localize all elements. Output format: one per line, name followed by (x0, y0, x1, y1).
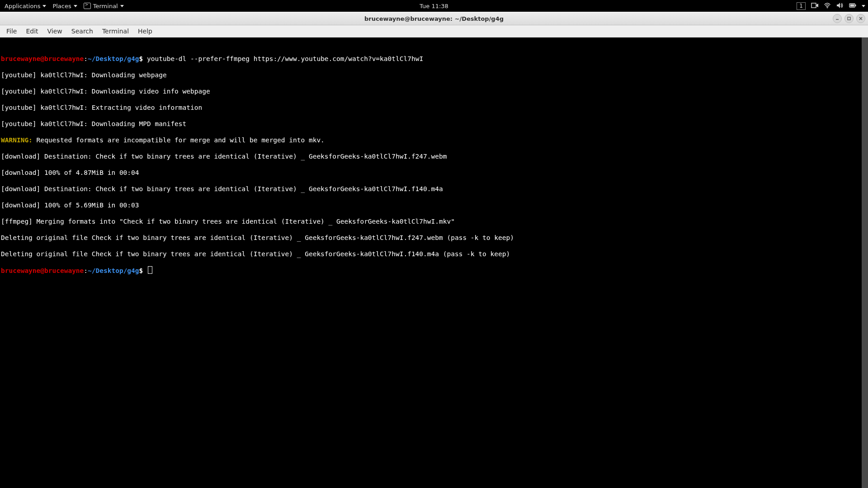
minimize-button[interactable] (833, 14, 842, 23)
terminal-menubar: File Edit View Search Terminal Help (0, 25, 868, 38)
terminal-app-menu[interactable]: Terminal (84, 3, 124, 9)
terminal-line: WARNING: Requested formats are incompati… (1, 136, 867, 144)
terminal-line: Deleting original file Check if two bina… (1, 234, 867, 242)
volume-icon[interactable] (836, 2, 844, 10)
svg-point-2 (827, 7, 828, 8)
menu-help[interactable]: Help (133, 26, 157, 36)
desktop-top-panel: Applications Places Terminal Tue 11:38 1 (0, 0, 868, 12)
svg-rect-6 (850, 4, 854, 6)
menu-file[interactable]: File (2, 26, 21, 36)
terminal-line: [download] 100% of 5.69MiB in 00:03 (1, 201, 867, 209)
svg-marker-3 (837, 3, 840, 8)
prompt-path: ~/Desktop/g4g (88, 267, 139, 274)
terminal-line: brucewayne@brucewayne:~/Desktop/g4g$ you… (1, 55, 867, 63)
battery-icon[interactable] (849, 2, 856, 10)
scrollbar[interactable] (862, 38, 868, 488)
menu-edit[interactable]: Edit (21, 26, 42, 36)
scrollbar-thumb[interactable] (862, 38, 868, 488)
svg-rect-8 (848, 17, 850, 20)
prompt-dollar: $ (139, 267, 143, 274)
chevron-down-icon (74, 5, 77, 7)
menu-view[interactable]: View (43, 26, 67, 36)
terminal-line: [download] Destination: Check if two bin… (1, 185, 867, 193)
panel-clock[interactable]: Tue 11:38 (420, 3, 448, 9)
chevron-down-icon (120, 5, 124, 7)
network-icon[interactable] (824, 2, 831, 10)
prompt-separator: : (84, 267, 88, 274)
svg-rect-0 (811, 3, 816, 8)
terminal-viewport[interactable]: brucewayne@brucewayne:~/Desktop/g4g$ you… (0, 38, 868, 488)
close-button[interactable] (856, 14, 865, 23)
terminal-line: [youtube] ka0tlCl7hwI: Extracting video … (1, 103, 867, 112)
applications-menu[interactable]: Applications (5, 3, 46, 9)
terminal-line: [youtube] ka0tlCl7hwI: Downloading MPD m… (1, 120, 867, 128)
cursor-block (148, 266, 152, 274)
warning-text: Requested formats are incompatible for m… (33, 136, 325, 144)
chevron-down-icon (42, 5, 46, 7)
menu-search[interactable]: Search (67, 26, 98, 36)
applications-label: Applications (5, 3, 40, 9)
prompt-user: brucewayne@brucewayne (1, 55, 84, 62)
prompt-user: brucewayne@brucewayne (1, 267, 84, 274)
svg-rect-5 (855, 5, 856, 6)
terminal-icon (84, 3, 91, 9)
terminal-line: [download] Destination: Check if two bin… (1, 152, 867, 160)
maximize-button[interactable] (844, 14, 854, 23)
system-menu-chevron-icon[interactable] (862, 5, 865, 7)
terminal-line: Deleting original file Check if two bina… (1, 250, 867, 258)
screen-record-icon[interactable] (811, 2, 818, 10)
terminal-line: brucewayne@brucewayne:~/Desktop/g4g$ (1, 266, 867, 275)
warning-label: WARNING: (1, 136, 33, 144)
svg-marker-1 (816, 4, 818, 7)
terminal-line: [download] 100% of 4.87MiB in 00:04 (1, 169, 867, 177)
window-titlebar[interactable]: brucewayne@brucewayne: ~/Desktop/g4g (0, 12, 868, 25)
prompt-dollar: $ (139, 55, 143, 62)
workspace-indicator[interactable]: 1 (797, 2, 806, 10)
places-label: Places (52, 3, 71, 9)
menu-terminal[interactable]: Terminal (98, 26, 133, 36)
places-menu[interactable]: Places (52, 3, 77, 9)
prompt-path: ~/Desktop/g4g (88, 55, 139, 62)
terminal-line: [ffmpeg] Merging formats into "Check if … (1, 217, 867, 225)
prompt-separator: : (84, 55, 88, 62)
terminal-app-label: Terminal (93, 3, 118, 9)
terminal-line: [youtube] ka0tlCl7hwI: Downloading webpa… (1, 71, 867, 79)
typed-command: youtube-dl --prefer-ffmpeg https://www.y… (143, 55, 423, 62)
window-title: brucewayne@brucewayne: ~/Desktop/g4g (364, 15, 504, 22)
terminal-line: [youtube] ka0tlCl7hwI: Downloading video… (1, 87, 867, 95)
